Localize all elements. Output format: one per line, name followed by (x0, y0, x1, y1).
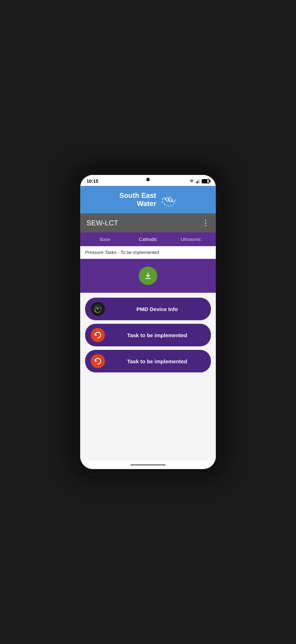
home-bar (80, 461, 216, 469)
download-button[interactable] (139, 267, 157, 285)
camera-dot (146, 178, 150, 181)
tabs-bar: Base Cathodic Ultrasonic (80, 232, 216, 246)
svg-rect-1 (197, 181, 198, 183)
phone-device: 10:15 (74, 169, 222, 475)
download-icon (143, 271, 153, 280)
pmd-device-info-button[interactable]: PMD Device Info (85, 298, 211, 320)
signal-icon (196, 179, 200, 183)
svg-point-7 (168, 206, 170, 207)
toolbar-title: SEW-LCT (87, 219, 118, 227)
wifi-icon (189, 179, 195, 183)
status-icons (189, 179, 209, 183)
purple-download-section (80, 259, 216, 293)
tab-base[interactable]: Base (84, 232, 126, 246)
pmd-device-info-label: PMD Device Info (109, 306, 205, 312)
gauge-icon-container (91, 302, 105, 316)
task-1-button[interactable]: Task to be implemented (85, 324, 211, 346)
svg-rect-2 (199, 180, 199, 183)
svg-point-4 (162, 201, 163, 203)
logo-line1: South East (119, 192, 156, 199)
logo-wave-icon (159, 191, 177, 208)
refresh-icon-container-1 (91, 328, 105, 342)
pressure-label: Pressure Tasks - To be implemented (80, 246, 216, 259)
logo-text: South East Water (119, 192, 156, 208)
phone-screen: 10:15 (80, 175, 216, 469)
svg-point-9 (173, 205, 174, 206)
more-options-icon[interactable]: ⋮ (202, 218, 209, 227)
home-indicator (130, 464, 166, 466)
refresh-icon-2 (94, 357, 102, 365)
tab-ultrasonic[interactable]: Ultrasonic (170, 232, 212, 246)
app-header: South East Water (80, 186, 216, 213)
status-time: 10:15 (87, 178, 98, 184)
refresh-icon-container-2 (91, 354, 105, 368)
refresh-icon-1 (94, 331, 102, 339)
battery-icon (202, 179, 209, 183)
status-bar: 10:15 (80, 175, 216, 186)
svg-point-6 (166, 205, 167, 206)
svg-point-12 (97, 308, 98, 309)
svg-rect-0 (196, 182, 197, 183)
logo-line2: Water (137, 200, 156, 207)
task-2-label: Task to be implemented (109, 358, 205, 364)
task-1-label: Task to be implemented (109, 332, 205, 338)
app-toolbar: SEW-LCT ⋮ (80, 213, 216, 232)
logo-container: South East Water (119, 191, 177, 208)
task-2-button[interactable]: Task to be implemented (85, 350, 211, 372)
svg-point-5 (164, 203, 165, 205)
gauge-icon (93, 304, 102, 314)
tab-cathodic[interactable]: Cathodic (126, 232, 169, 246)
svg-point-8 (171, 206, 172, 207)
main-content: PMD Device Info Task to be implemented (80, 293, 216, 461)
svg-rect-3 (200, 179, 200, 183)
svg-point-10 (174, 203, 176, 204)
